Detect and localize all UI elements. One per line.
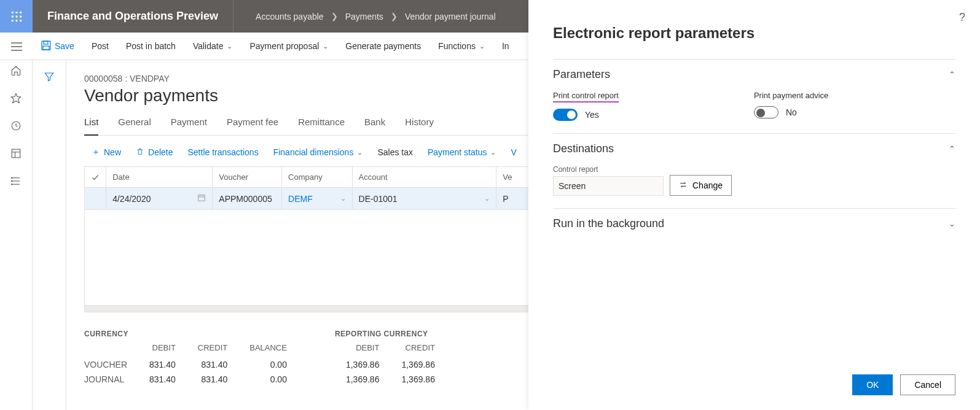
inquiries-button[interactable]: In xyxy=(493,33,518,60)
favorite-icon[interactable] xyxy=(10,93,22,106)
col-balance-partial xyxy=(446,342,468,357)
svg-point-4 xyxy=(15,15,17,17)
change-destination-button[interactable]: Change xyxy=(670,175,732,196)
tab-bank[interactable]: Bank xyxy=(364,117,385,135)
svg-point-7 xyxy=(15,20,17,21)
proposal-label: Payment proposal xyxy=(249,41,319,51)
print-control-report-value: Yes xyxy=(585,110,599,120)
cancel-button[interactable]: Cancel xyxy=(900,374,955,395)
chevron-down-icon: ⌄ xyxy=(949,219,955,228)
cell-vendor-value: P xyxy=(503,194,508,204)
save-button[interactable]: Save xyxy=(33,33,83,60)
panel-footer: OK Cancel xyxy=(553,365,955,395)
svg-point-0 xyxy=(11,11,13,13)
recent-icon[interactable] xyxy=(10,120,22,133)
filter-icon[interactable] xyxy=(44,71,55,410)
post-batch-button[interactable]: Post in batch xyxy=(117,33,184,60)
sales-tax-button[interactable]: Sales tax xyxy=(377,147,413,157)
svg-rect-14 xyxy=(43,46,49,50)
grid-scrollbar[interactable] xyxy=(85,306,532,312)
tab-remittance[interactable]: Remittance xyxy=(298,117,345,135)
functions-button[interactable]: Functions⌄ xyxy=(429,33,493,60)
payment-status-button[interactable]: Payment status⌄ xyxy=(428,147,496,157)
cell-voucher[interactable]: APPM000005 xyxy=(213,188,282,209)
ok-button[interactable]: OK xyxy=(852,374,893,395)
select-all-checkbox[interactable] xyxy=(85,167,106,187)
section-parameters-body: Print control report Yes Print payment a… xyxy=(553,81,955,125)
chevron-down-icon[interactable]: ⌄ xyxy=(484,195,490,203)
tab-general[interactable]: General xyxy=(118,117,151,135)
save-label: Save xyxy=(55,41,74,51)
print-advice-toggle-row: No xyxy=(754,106,828,118)
financial-dimensions-button[interactable]: Financial dimensions⌄ xyxy=(273,147,363,157)
row-voucher-label: VOUCHER xyxy=(84,357,138,372)
new-button[interactable]: ＋New xyxy=(92,147,121,158)
trash-icon xyxy=(136,147,144,158)
grid-row[interactable]: 4/24/2020 APPM000005 DEMF⌄ DE-01001⌄ P xyxy=(85,188,532,210)
breadcrumb-accounts-payable[interactable]: Accounts payable xyxy=(248,12,331,21)
sales-tax-label: Sales tax xyxy=(377,147,413,157)
voucher-debit-rep: 1,369.86 xyxy=(335,357,391,372)
col-debit: DEBIT xyxy=(138,342,187,357)
functions-label: Functions xyxy=(438,41,476,51)
svg-point-3 xyxy=(11,15,13,17)
nav-menu-button[interactable] xyxy=(0,33,33,60)
generate-payments-button[interactable]: Generate payments xyxy=(337,33,429,60)
post-batch-label: Post in batch xyxy=(126,41,176,51)
cell-vendor[interactable]: P xyxy=(496,188,532,209)
tab-payment[interactable]: Payment xyxy=(171,117,207,135)
section-destinations: Destinations ⌃ Control report Change xyxy=(553,133,955,208)
change-label: Change xyxy=(692,180,723,190)
post-button[interactable]: Post xyxy=(83,33,117,60)
breadcrumb-vendor-payment-journal[interactable]: Vendor payment journal xyxy=(398,12,503,21)
section-run-background-header[interactable]: Run in the background ⌄ xyxy=(553,217,955,230)
col-header-date[interactable]: Date xyxy=(106,167,213,187)
cell-date[interactable]: 4/24/2020 xyxy=(106,188,213,209)
cell-account[interactable]: DE-01001⌄ xyxy=(353,188,497,209)
svg-point-2 xyxy=(20,11,22,13)
col-header-vendor[interactable]: Ve xyxy=(496,167,532,187)
row-checkbox[interactable] xyxy=(85,188,106,209)
col-header-voucher[interactable]: Voucher xyxy=(213,167,282,187)
cell-company[interactable]: DEMF⌄ xyxy=(282,188,353,209)
section-run-background: Run in the background ⌄ xyxy=(553,208,955,239)
control-report-field: Control report xyxy=(553,165,664,196)
chevron-down-icon[interactable]: ⌄ xyxy=(340,195,346,203)
validate-button[interactable]: Validate⌄ xyxy=(184,33,241,60)
app-launcher-icon[interactable] xyxy=(0,0,33,33)
app-title: Finance and Operations Preview xyxy=(33,0,233,33)
svg-point-5 xyxy=(20,15,22,17)
svg-rect-17 xyxy=(12,149,20,158)
chevron-down-icon: ⌄ xyxy=(490,149,496,157)
delete-button[interactable]: Delete xyxy=(136,147,173,158)
home-icon[interactable] xyxy=(10,65,22,78)
modules-icon[interactable] xyxy=(10,176,22,188)
tab-payment-fee[interactable]: Payment fee xyxy=(227,117,278,135)
payment-proposal-button[interactable]: Payment proposal⌄ xyxy=(241,33,337,60)
calendar-icon[interactable] xyxy=(197,193,206,204)
print-control-report-label: Print control report xyxy=(553,91,619,102)
journal-credit: 831.40 xyxy=(187,372,238,387)
settle-transactions-button[interactable]: Settle transactions xyxy=(187,147,258,157)
filter-pane xyxy=(33,60,66,410)
currency-totals-table: DEBITCREDITBALANCE VOUCHER831.40831.400.… xyxy=(84,342,298,387)
more-button[interactable]: V xyxy=(511,147,516,157)
workspace-icon[interactable] xyxy=(10,148,22,161)
tab-history[interactable]: History xyxy=(405,117,434,135)
breadcrumb-payments[interactable]: Payments xyxy=(338,12,391,21)
voucher-credit: 831.40 xyxy=(187,357,238,372)
voucher-credit-rep: 1,369.86 xyxy=(390,357,446,372)
print-control-report-toggle[interactable] xyxy=(553,109,578,121)
col-header-company[interactable]: Company xyxy=(282,167,353,187)
print-payment-advice-toggle[interactable] xyxy=(754,106,778,118)
control-report-input[interactable] xyxy=(553,176,664,196)
col-header-account[interactable]: Account xyxy=(353,167,497,187)
col-balance: BALANCE xyxy=(238,342,298,357)
tab-list[interactable]: List xyxy=(84,117,98,136)
help-icon[interactable]: ? xyxy=(959,11,965,24)
svg-point-1 xyxy=(15,11,17,13)
section-parameters-header[interactable]: Parameters ⌃ xyxy=(553,68,955,81)
journal-debit: 831.40 xyxy=(138,372,187,387)
section-parameters-title: Parameters xyxy=(553,68,610,81)
section-destinations-header[interactable]: Destinations ⌃ xyxy=(553,142,955,155)
